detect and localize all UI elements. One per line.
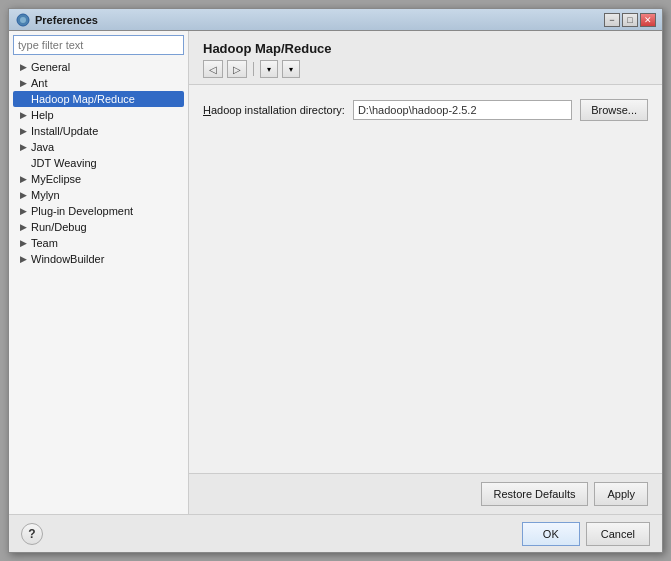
sidebar-item-java[interactable]: ▶Java bbox=[13, 139, 184, 155]
sidebar-item-ant[interactable]: ▶Ant bbox=[13, 75, 184, 91]
titlebar: Preferences − □ ✕ bbox=[9, 9, 662, 31]
browse-button[interactable]: Browse... bbox=[580, 99, 648, 121]
directory-label: Hadoop installation directory: bbox=[203, 104, 345, 116]
sidebar-item-hadoop[interactable]: Hadoop Map/Reduce bbox=[13, 91, 184, 107]
sidebar-item-label-install: Install/Update bbox=[31, 125, 98, 137]
sidebar-item-label-mylyn: Mylyn bbox=[31, 189, 60, 201]
cancel-button[interactable]: Cancel bbox=[586, 522, 650, 546]
sidebar-item-windowbuilder[interactable]: ▶WindowBuilder bbox=[13, 251, 184, 267]
sidebar: ▶General▶AntHadoop Map/Reduce▶Help▶Insta… bbox=[9, 31, 189, 514]
help-button[interactable]: ? bbox=[21, 523, 43, 545]
titlebar-buttons: − □ ✕ bbox=[604, 13, 656, 27]
sidebar-item-label-myeclipse: MyEclipse bbox=[31, 173, 81, 185]
bottom-bar: ? OK Cancel bbox=[9, 514, 662, 552]
sidebar-item-label-team: Team bbox=[31, 237, 58, 249]
sidebar-item-general[interactable]: ▶General bbox=[13, 59, 184, 75]
tree-arrow-general: ▶ bbox=[17, 61, 29, 73]
sidebar-item-label-jdt: JDT Weaving bbox=[31, 157, 97, 169]
tree-arrow-team: ▶ bbox=[17, 237, 29, 249]
maximize-button[interactable]: □ bbox=[622, 13, 638, 27]
tree-arrow-help: ▶ bbox=[17, 109, 29, 121]
sidebar-item-label-general: General bbox=[31, 61, 70, 73]
directory-input[interactable] bbox=[353, 100, 572, 120]
sidebar-item-label-java: Java bbox=[31, 141, 54, 153]
sidebar-item-label-rundebug: Run/Debug bbox=[31, 221, 87, 233]
main-panel: Hadoop Map/Reduce ◁ ▷ ▾ ▾ Hadoop install… bbox=[189, 31, 662, 514]
tree-arrow-rundebug: ▶ bbox=[17, 221, 29, 233]
preferences-window: Preferences − □ ✕ ▶General▶AntHadoop Map… bbox=[8, 8, 663, 553]
panel-footer: Restore Defaults Apply bbox=[189, 473, 662, 514]
tree-arrow-java: ▶ bbox=[17, 141, 29, 153]
tree-container: ▶General▶AntHadoop Map/Reduce▶Help▶Insta… bbox=[13, 59, 184, 267]
sidebar-item-label-hadoop: Hadoop Map/Reduce bbox=[31, 93, 135, 105]
tree-arrow-jdt bbox=[17, 157, 29, 169]
svg-point-1 bbox=[20, 17, 26, 23]
sidebar-item-label-ant: Ant bbox=[31, 77, 48, 89]
bottom-buttons: OK Cancel bbox=[522, 522, 650, 546]
panel-toolbar: ◁ ▷ ▾ ▾ bbox=[203, 60, 648, 78]
tree-arrow-hadoop bbox=[17, 93, 29, 105]
forward-button[interactable]: ▷ bbox=[227, 60, 247, 78]
tree-arrow-mylyn: ▶ bbox=[17, 189, 29, 201]
sidebar-item-label-windowbuilder: WindowBuilder bbox=[31, 253, 104, 265]
minimize-button[interactable]: − bbox=[604, 13, 620, 27]
sidebar-item-rundebug[interactable]: ▶Run/Debug bbox=[13, 219, 184, 235]
sidebar-item-label-help: Help bbox=[31, 109, 54, 121]
tree-arrow-windowbuilder: ▶ bbox=[17, 253, 29, 265]
search-input[interactable] bbox=[13, 35, 184, 55]
sidebar-item-myeclipse[interactable]: ▶MyEclipse bbox=[13, 171, 184, 187]
sidebar-item-label-plugin: Plug-in Development bbox=[31, 205, 133, 217]
titlebar-icon bbox=[15, 12, 31, 28]
tree-arrow-ant: ▶ bbox=[17, 77, 29, 89]
sidebar-item-help[interactable]: ▶Help bbox=[13, 107, 184, 123]
toolbar-separator bbox=[253, 62, 254, 76]
directory-row: Hadoop installation directory: Browse... bbox=[203, 99, 648, 121]
toolbar-dropdown2[interactable]: ▾ bbox=[282, 60, 300, 78]
sidebar-item-plugin[interactable]: ▶Plug-in Development bbox=[13, 203, 184, 219]
sidebar-item-mylyn[interactable]: ▶Mylyn bbox=[13, 187, 184, 203]
sidebar-item-team[interactable]: ▶Team bbox=[13, 235, 184, 251]
tree-arrow-install: ▶ bbox=[17, 125, 29, 137]
ok-button[interactable]: OK bbox=[522, 522, 580, 546]
close-button[interactable]: ✕ bbox=[640, 13, 656, 27]
back-button[interactable]: ◁ bbox=[203, 60, 223, 78]
panel-header: Hadoop Map/Reduce ◁ ▷ ▾ ▾ bbox=[189, 31, 662, 85]
tree-arrow-plugin: ▶ bbox=[17, 205, 29, 217]
panel-title: Hadoop Map/Reduce bbox=[203, 41, 648, 56]
apply-button[interactable]: Apply bbox=[594, 482, 648, 506]
tree-arrow-myeclipse: ▶ bbox=[17, 173, 29, 185]
panel-body: Hadoop installation directory: Browse... bbox=[189, 85, 662, 473]
titlebar-title: Preferences bbox=[35, 14, 604, 26]
sidebar-item-jdt[interactable]: JDT Weaving bbox=[13, 155, 184, 171]
toolbar-dropdown[interactable]: ▾ bbox=[260, 60, 278, 78]
sidebar-item-install[interactable]: ▶Install/Update bbox=[13, 123, 184, 139]
content-area: ▶General▶AntHadoop Map/Reduce▶Help▶Insta… bbox=[9, 31, 662, 514]
restore-defaults-button[interactable]: Restore Defaults bbox=[481, 482, 589, 506]
